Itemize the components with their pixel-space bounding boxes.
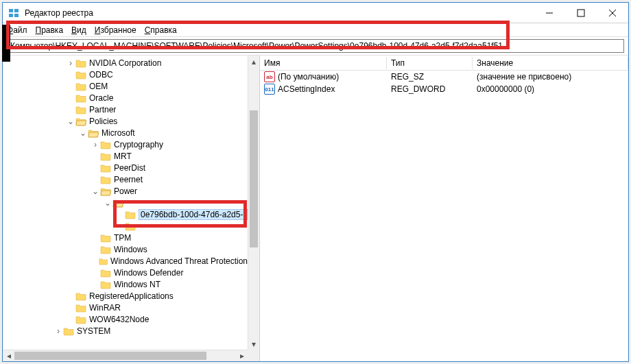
svg-rect-1	[14, 9, 19, 12]
tree-label: Policies	[89, 117, 117, 126]
cell-name: ab(По умолчанию)	[260, 71, 387, 82]
tree-item[interactable]: ⌄Power	[3, 185, 248, 197]
svg-rect-0	[9, 9, 13, 12]
minimize-button[interactable]	[534, 3, 565, 23]
maximize-button[interactable]	[565, 3, 597, 23]
tree-item[interactable]: ·Windows Defender	[3, 267, 248, 278]
tree-label: MRT	[114, 151, 132, 161]
list-row[interactable]: ab(По умолчанию)REG_SZ(значение не присв…	[260, 71, 628, 83]
scroll-thumb[interactable]	[14, 352, 206, 360]
tree-label: Partner	[89, 105, 116, 114]
expand-toggle-icon[interactable]: ⌄	[66, 117, 75, 126]
tree-item[interactable]: ·WOW6432Node	[3, 313, 248, 325]
expand-toggle-icon: ·	[91, 233, 100, 243]
menu-edit[interactable]: Правка	[36, 25, 64, 35]
addressbar[interactable]	[7, 39, 624, 53]
scroll-down-icon[interactable]: ▾	[248, 338, 259, 350]
window-title: Редактор реестра	[25, 8, 534, 18]
col-type[interactable]: Тип	[387, 57, 473, 69]
tree-item[interactable]: ·	[3, 220, 248, 232]
tree-vscrollbar[interactable]: ▴ ▾	[248, 56, 259, 350]
tree-item[interactable]: ›SYSTEM	[3, 325, 248, 337]
expand-toggle-icon: ·	[91, 256, 99, 266]
svg-rect-2	[9, 14, 13, 17]
reg-dword-icon: 011	[264, 84, 275, 95]
col-name[interactable]: Имя	[260, 57, 387, 69]
expand-toggle-icon[interactable]: ›	[91, 140, 100, 149]
scroll-left-icon[interactable]: ◂	[3, 350, 14, 361]
tree-item[interactable]: ›Cryptography	[3, 138, 248, 150]
tree-label: Peernet	[114, 175, 143, 184]
tree-label: OEM	[89, 82, 108, 91]
tree-label: Cryptography	[114, 140, 163, 149]
expand-toggle-icon: ·	[66, 291, 75, 301]
tree-item[interactable]: ·MRT	[3, 150, 248, 162]
expand-toggle-icon[interactable]: ⌄	[91, 186, 100, 196]
tree-item[interactable]: ·TPM	[3, 232, 248, 243]
tree-hscrollbar[interactable]: ◂ ▸	[3, 350, 248, 361]
menu-favorites[interactable]: Избранное	[95, 25, 136, 35]
col-data[interactable]: Значение	[473, 57, 628, 69]
window-buttons	[534, 3, 628, 23]
expand-toggle-icon: ·	[91, 163, 100, 173]
tree-label: Windows NT	[114, 280, 160, 289]
menu-help[interactable]: Справка	[145, 25, 177, 35]
tree-item[interactable]: ⌄Policies	[3, 115, 248, 127]
tree-label: RegisteredApplications	[89, 291, 174, 301]
tree-item[interactable]: ·Oracle	[3, 92, 248, 104]
expand-toggle-icon: ·	[66, 315, 75, 324]
list-header: Имя Тип Значение	[260, 56, 628, 71]
tree[interactable]: ›NVIDIA Corporation·ODBC·OEM·Oracle·Part…	[3, 57, 248, 337]
titlebar: Редактор реестра	[3, 3, 628, 23]
tree-item[interactable]: ⌄Microsoft	[3, 127, 248, 138]
tree-item[interactable]: ·Windows	[3, 243, 248, 255]
tree-label: PeerDist	[114, 163, 145, 173]
expand-toggle-icon[interactable]: ›	[53, 326, 63, 336]
tree-item[interactable]: ·PeerDist	[3, 162, 248, 173]
tree-label: TPM	[114, 233, 131, 243]
tree-item[interactable]: ·0e796bdb-100d-47d6-a2d5-f	[3, 208, 248, 220]
expand-toggle-icon[interactable]: ⌄	[78, 128, 88, 138]
addressbar-row	[3, 37, 628, 56]
menu-view[interactable]: Вид	[71, 25, 86, 35]
tree-item[interactable]: ·Partner	[3, 104, 248, 115]
list-row[interactable]: 011ACSettingIndexREG_DWORD0x00000000 (0)	[260, 83, 628, 95]
tree-item[interactable]: ·WinRAR	[3, 302, 248, 313]
expand-toggle-icon: ·	[66, 82, 75, 91]
cell-data: (значение не присвоено)	[473, 72, 628, 82]
expand-toggle-icon[interactable]: ⌄	[103, 198, 112, 208]
svg-rect-5	[578, 10, 584, 16]
tree-label: NVIDIA Corporation	[89, 58, 161, 68]
expand-toggle-icon: ·	[91, 268, 100, 278]
tree-label: Windows Defender	[114, 268, 183, 278]
cell-type: REG_DWORD	[387, 84, 473, 94]
expand-toggle-icon: ·	[66, 105, 75, 114]
tree-label: Windows	[114, 245, 147, 254]
reg-sz-icon: ab	[264, 71, 275, 82]
tree-item[interactable]: ·OEM	[3, 80, 248, 92]
app-icon	[8, 8, 19, 19]
tree-item[interactable]: ·RegisteredApplications	[3, 290, 248, 302]
regedit-window: Редактор реестра Файл Правка Вид Избранн…	[2, 2, 629, 362]
menu-file[interactable]: Файл	[7, 25, 27, 35]
tree-item[interactable]: ·Windows Advanced Threat Protection	[3, 255, 248, 267]
tree-label: ODBC	[89, 70, 113, 80]
tree-label: Windows Advanced Threat Protection	[110, 256, 248, 266]
scroll-thumb[interactable]	[250, 110, 258, 247]
close-button[interactable]	[597, 3, 628, 23]
expand-toggle-icon[interactable]: ›	[66, 58, 75, 68]
list-body[interactable]: ab(По умолчанию)REG_SZ(значение не присв…	[260, 71, 628, 361]
tree-item[interactable]: ·Windows NT	[3, 278, 248, 290]
value-list-pane: Имя Тип Значение ab(По умолчанию)REG_SZ(…	[260, 56, 628, 361]
tree-item[interactable]: ·Peernet	[3, 173, 248, 185]
tree-item[interactable]: ·ODBC	[3, 69, 248, 80]
tree-item[interactable]: ›NVIDIA Corporation	[3, 57, 248, 69]
tree-label: Oracle	[89, 93, 113, 103]
body: ›NVIDIA Corporation·ODBC·OEM·Oracle·Part…	[3, 56, 628, 361]
tree-pane: ›NVIDIA Corporation·ODBC·OEM·Oracle·Part…	[3, 56, 260, 361]
tree-label: Microsoft	[102, 128, 135, 138]
scroll-right-icon[interactable]: ▸	[236, 350, 248, 361]
tree-item[interactable]: ⌄	[3, 197, 248, 208]
scroll-up-icon[interactable]: ▴	[248, 56, 259, 67]
tree-label: 0e796bdb-100d-47d6-a2d5-f	[139, 209, 248, 220]
